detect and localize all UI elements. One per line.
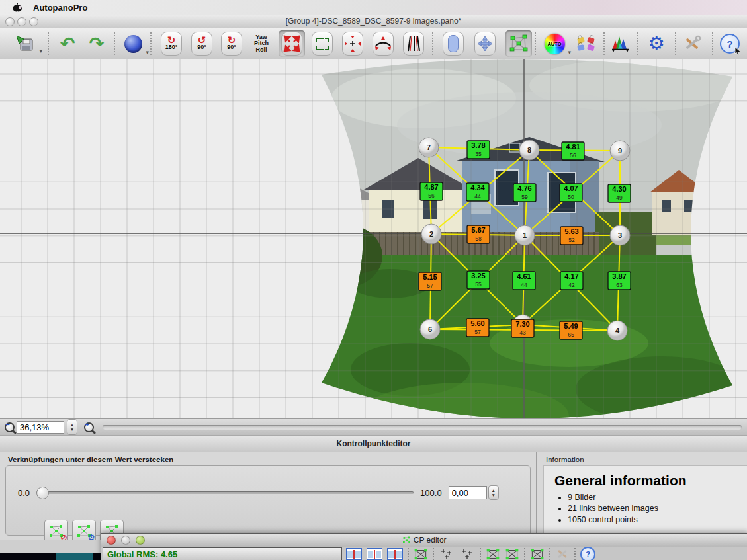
undo-icon: ↶	[60, 35, 75, 53]
links-overview-button[interactable]	[414, 549, 428, 560]
anchor-locks-button[interactable]	[573, 30, 599, 57]
move-panorama-button[interactable]	[472, 30, 498, 57]
link-rms-value: 4.30	[612, 185, 626, 193]
help-button[interactable]: ?	[717, 30, 743, 57]
link-rms-badge[interactable]: 5.4965	[560, 321, 582, 339]
link-rms-badge[interactable]: 4.3049	[608, 184, 631, 202]
link-rms-value: 4.07	[564, 184, 578, 192]
link-rms-badge[interactable]: 3.7835	[467, 141, 490, 159]
threshold-stepper[interactable]: ▲▼	[488, 485, 499, 500]
link-rms-badge[interactable]: 5.6352	[560, 227, 583, 245]
image-node-number: 1	[523, 231, 527, 239]
auto-dropdown-caret[interactable]: ▾	[568, 49, 571, 56]
link-rms-badge[interactable]: 5.6758	[467, 225, 490, 243]
window-title-bar[interactable]: [Group 4]-DSC_8589_DSC_8597-9 images.pan…	[0, 15, 747, 29]
close-window-button[interactable]	[5, 17, 15, 26]
set-verticals-button[interactable]	[400, 30, 427, 57]
rotate-180-button[interactable]: ↻ 180°	[158, 30, 185, 57]
rotate-90-left-icon: ↺	[198, 37, 206, 44]
link-tool-button[interactable]	[486, 549, 500, 560]
link-rms-value: 3.87	[612, 272, 626, 280]
link-rms-badge[interactable]: 4.0750	[560, 184, 582, 202]
save-button[interactable]: ▾	[12, 30, 38, 57]
link-rms-badge[interactable]: 7.3043	[511, 319, 534, 337]
image-node[interactable]: 1	[515, 225, 535, 245]
zoom-stepper[interactable]: ▲▼	[67, 419, 77, 435]
render-dropdown-caret[interactable]: ▾	[146, 49, 149, 56]
link-rms-badge[interactable]: 5.1557	[419, 272, 441, 290]
image-node[interactable]: 2	[421, 224, 441, 244]
cp-help-button[interactable]: ?	[580, 547, 595, 560]
info-item: 1050 control points	[568, 515, 747, 524]
minimize-window-button[interactable]	[17, 17, 26, 26]
kontrollpunkteditor-tab[interactable]: Kontrollpunkteditor	[0, 435, 747, 454]
image-node[interactable]: 4	[607, 321, 627, 340]
link-rms-badge[interactable]: 3.2555	[467, 271, 490, 289]
cp-tools-button[interactable]	[555, 547, 570, 560]
settings-button[interactable]: ⚙	[643, 30, 670, 57]
link-rms-badge[interactable]: 5.6057	[466, 319, 489, 337]
layout-split-view-button[interactable]	[367, 548, 382, 560]
zoom-slider-rail[interactable]	[103, 425, 742, 430]
threshold-slider-thumb[interactable]	[36, 487, 49, 499]
fit-panorama-button[interactable]	[440, 30, 466, 57]
information-panel-header: Information	[546, 456, 584, 463]
render-button[interactable]: ▾	[120, 30, 146, 57]
layout-grid-view-button[interactable]	[387, 548, 403, 560]
image-node[interactable]: 6	[420, 319, 440, 339]
maximize-view-button[interactable]	[279, 30, 305, 57]
zoom-bar: − ▲▼ +	[0, 418, 747, 436]
apple-logo-icon[interactable]	[12, 2, 22, 13]
zoom-level-input[interactable]	[17, 421, 64, 434]
link-rms-badge[interactable]: 4.3444	[466, 183, 489, 201]
center-view-button[interactable]	[339, 30, 366, 57]
delete-links-button[interactable]: ⊘	[44, 520, 68, 542]
link-rms-badge[interactable]: 4.6144	[513, 272, 535, 290]
link-cp-count: 43	[519, 329, 526, 336]
zoom-window-button[interactable]	[29, 17, 38, 26]
tools-button[interactable]	[679, 30, 705, 57]
image-node[interactable]: 3	[610, 225, 630, 245]
unlink-tool-button[interactable]	[505, 549, 519, 560]
link-cp-count: 44	[521, 282, 527, 288]
panorama-canvas[interactable]: 1234567893.78354.81564.87564.34444.76594…	[0, 59, 747, 418]
link-rms-badge[interactable]: 4.7659	[513, 184, 536, 202]
link-cp-count: 56	[428, 192, 435, 199]
rotate-90-right-icon: ↻	[228, 37, 236, 44]
undo-button[interactable]: ↶	[54, 30, 81, 57]
crop-button[interactable]	[309, 30, 335, 57]
rotate-90-left-button[interactable]: ↺ 90°	[189, 30, 215, 57]
image-node[interactable]: 9	[610, 141, 630, 161]
threshold-slider[interactable]	[36, 491, 414, 494]
yaw-pitch-roll-button[interactable]: YawPitchRoll	[248, 30, 275, 57]
add-points-button[interactable]	[439, 548, 455, 560]
link-cp-count: 44	[474, 193, 481, 200]
link-rms-badge[interactable]: 4.8156	[562, 142, 584, 160]
link-rms-badge[interactable]: 4.1742	[560, 272, 583, 290]
add-points-auto-button[interactable]	[459, 548, 475, 560]
link-rms-badge[interactable]: 3.8763	[608, 272, 631, 290]
toolbar-separator	[150, 32, 152, 55]
information-list: 9 Bilder 21 links between images 1050 co…	[568, 493, 747, 524]
auto-color-button[interactable]: AUTO ▾	[541, 30, 568, 57]
image-node[interactable]: 8	[519, 140, 539, 160]
control-points-editor-button[interactable]	[505, 30, 532, 57]
threshold-value-input[interactable]	[449, 486, 487, 499]
cp-editor-title-bar[interactable]: CP editor	[101, 534, 747, 547]
optimize-links-button[interactable]: ⚙	[72, 520, 96, 542]
link-cp-count: 58	[475, 235, 482, 242]
optimize-tool-button[interactable]	[530, 549, 545, 560]
levels-histogram-button[interactable]	[607, 30, 634, 57]
main-window-bottom-edge	[0, 540, 101, 553]
image-node[interactable]: 7	[419, 138, 439, 157]
zoom-in-button[interactable]: +	[81, 420, 96, 434]
redo-button[interactable]: ↷	[83, 30, 110, 57]
straighten-horizon-button[interactable]	[370, 30, 396, 57]
app-menu-title[interactable]: AutopanoPro	[33, 3, 87, 13]
layout-single-view-button[interactable]	[346, 548, 362, 560]
save-dropdown-caret[interactable]: ▾	[39, 48, 42, 54]
zoom-out-button[interactable]: −	[2, 420, 17, 434]
link-rms-badge[interactable]: 4.8756	[420, 182, 443, 200]
rotate-90-right-button[interactable]: ↻ 90°	[218, 30, 245, 57]
render-globe-icon	[124, 35, 142, 53]
